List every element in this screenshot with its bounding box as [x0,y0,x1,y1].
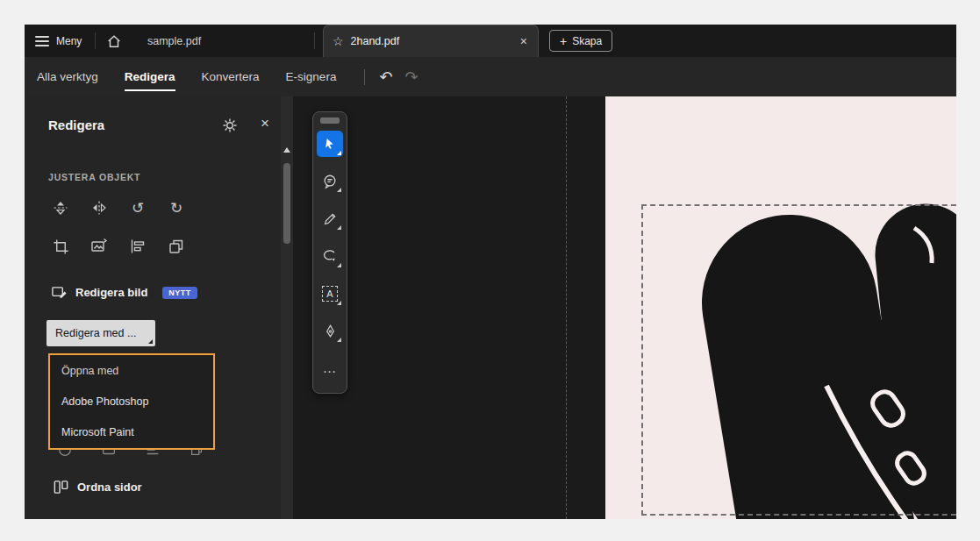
topbar-divider [95,32,96,49]
star-icon[interactable]: ☆ [333,34,344,48]
tab-alla-verktyg[interactable]: Alla verktyg [37,70,98,83]
more-icon: … [323,360,338,376]
draw-tool-button[interactable] [317,205,343,231]
submenu-corner-icon [337,225,341,230]
panel-title: Redigera [48,117,104,132]
submenu-corner-icon [337,338,341,342]
edit-panel: Redigera × JUSTERA OBJEKT ↺ ↻ [25,96,281,519]
cursor-arrow-icon [323,137,337,151]
edit-image-label: Redigera bild [75,286,147,299]
edit-image-button[interactable]: Redigera bild NYTT [51,284,197,301]
edit-with-label: Redigera med ... [55,327,136,339]
document-canvas: A … [293,96,956,519]
undo-icon[interactable]: ↶ [379,69,392,85]
topbar: Meny sample.pdf ☆ 2hand.pdf × + Skapa [25,25,956,57]
adjust-object-row-1: ↺ ↻ [51,198,186,217]
organize-pages-button[interactable]: Ordna sidor [53,479,142,495]
submenu-corner-icon [337,151,341,155]
more-tools-button[interactable]: … [317,355,343,381]
tab-label: sample.pdf [147,35,201,47]
fill-sign-tool-button[interactable] [317,318,343,345]
panel-close-icon[interactable]: × [256,115,274,132]
pdf-page[interactable] [605,96,956,519]
menu-header-oppna-med: Öppna med [50,355,213,386]
toolbar-drag-handle[interactable] [320,117,340,124]
align-objects-icon[interactable] [128,237,147,256]
replace-image-icon[interactable] [89,237,109,256]
menu-label: Meny [56,35,82,47]
submenu-corner-icon [337,301,341,305]
image-selection-marquee[interactable] [641,204,956,516]
comment-tool-button[interactable] [317,168,343,195]
new-badge: NYTT [162,287,197,299]
tab-2hand-pdf[interactable]: ☆ 2hand.pdf × [323,25,539,57]
section-justera-objekt: JUSTERA OBJEKT [48,172,140,182]
tab-konvertera[interactable]: Konvertera [202,70,260,83]
scrollbar-thumb[interactable] [283,163,290,244]
redo-icon: ↷ [404,69,418,85]
toolbar-divider [364,69,365,85]
hamburger-icon [35,36,49,46]
topbar-divider [314,32,315,49]
organize-pages-icon [53,479,69,495]
select-tool-button[interactable] [317,131,343,157]
flip-vertical-icon[interactable] [51,198,70,217]
pen-nib-icon [323,324,338,338]
create-label: Skapa [572,35,602,47]
tab-e-signera[interactable]: E-signera [286,70,337,83]
lasso-tool-button[interactable] [317,243,343,269]
plus-icon: + [560,35,567,47]
text-box-icon: A [322,286,338,302]
submenu-corner-icon [337,263,341,267]
gear-icon[interactable] [221,117,239,134]
flip-horizontal-icon[interactable] [89,198,109,217]
add-text-tool-button[interactable]: A [317,281,343,307]
menu-item-adobe-photoshop[interactable]: Adobe Photoshop [50,386,213,416]
menu-item-microsoft-paint[interactable]: Microsoft Paint [50,417,213,448]
submenu-corner-icon [148,339,153,344]
adjust-object-row-2 [51,237,186,256]
tab-label: 2hand.pdf [351,35,511,47]
tab-close-icon[interactable]: × [519,34,529,48]
tab-redigera[interactable]: Redigera [125,70,175,83]
edit-with-button[interactable]: Redigera med ... [46,320,155,346]
scroll-up-arrow-icon[interactable] [283,147,290,153]
tools-toolbar: Alla verktyg Redigera Konvertera E-signe… [25,57,956,96]
create-button[interactable]: + Skapa [549,30,612,52]
edit-image-icon [51,284,68,301]
tab-sample-pdf[interactable]: sample.pdf [139,25,210,57]
menu-button[interactable]: Meny [35,25,82,57]
rotate-left-icon[interactable]: ↺ [128,198,147,217]
duplicate-icon[interactable] [167,237,186,256]
panel-scrollbar [281,96,293,519]
organize-pages-label: Ordna sidor [77,480,142,494]
quick-tools-toolbar: A … [312,111,347,394]
submenu-corner-icon [337,188,341,192]
acrobat-window: Meny sample.pdf ☆ 2hand.pdf × + Skapa Al… [25,25,956,519]
rotate-right-icon[interactable]: ↻ [167,198,186,217]
crop-icon[interactable] [51,237,70,256]
open-with-menu: Öppna med Adobe Photoshop Microsoft Pain… [48,353,215,450]
page-guide-line [566,96,567,519]
home-icon[interactable] [104,31,125,52]
